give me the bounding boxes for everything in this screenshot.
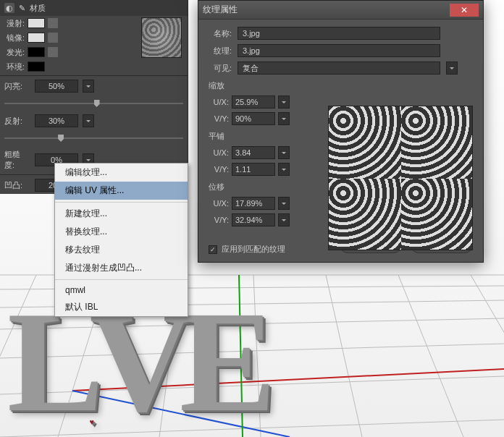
- brush-icon: ✎: [19, 4, 25, 13]
- dialog-title: 纹理属性: [203, 4, 450, 16]
- reflect-label: 反射:: [4, 116, 30, 127]
- svg-line-13: [471, 275, 504, 437]
- shine-value[interactable]: 50%: [35, 80, 78, 93]
- specular-label: 镜像:: [4, 33, 25, 43]
- svg-line-11: [326, 275, 362, 437]
- rough-label: 粗糙度:: [4, 149, 30, 171]
- ux-label: U/X:: [209, 98, 229, 106]
- specular-swatch[interactable]: [28, 33, 45, 43]
- tile-ux-input[interactable]: 3.84: [232, 146, 275, 159]
- panel-title: 材质: [30, 3, 46, 14]
- name-input[interactable]: 3.jpg: [238, 27, 440, 40]
- dropdown-icon[interactable]: [278, 146, 290, 159]
- menu-new-texture[interactable]: 新建纹理...: [55, 205, 188, 223]
- bump-label: 凹凸:: [4, 180, 30, 191]
- dropdown-icon[interactable]: [278, 112, 290, 125]
- vy-label: V/Y:: [209, 114, 229, 123]
- scale-ux-input[interactable]: 25.9%: [232, 96, 275, 109]
- diffuse-label: 漫射:: [4, 18, 25, 29]
- texture-input: 3.jpg: [238, 44, 440, 57]
- dialog-titlebar[interactable]: 纹理属性 ✕: [198, 1, 483, 20]
- ambient-swatch[interactable]: [28, 61, 45, 72]
- scale-vy-input[interactable]: 90%: [232, 112, 275, 125]
- name-label: 名称:: [209, 28, 232, 39]
- menu-edit-uv[interactable]: 编辑 UV 属性...: [55, 182, 188, 200]
- glow-label: 发光:: [4, 47, 25, 58]
- svg-line-12: [398, 275, 463, 437]
- glow-swatch[interactable]: [28, 47, 45, 57]
- panel-titlebar: ◐ ✎ 材质: [0, 0, 188, 16]
- apply-matching-label: 应用到匹配的纹理: [222, 244, 285, 255]
- dropdown-icon[interactable]: [278, 213, 290, 226]
- menu-replace-texture[interactable]: 替换纹理...: [55, 223, 188, 241]
- close-button[interactable]: ✕: [450, 4, 479, 17]
- texture-preview: [328, 106, 473, 250]
- folder-icon[interactable]: [48, 33, 58, 43]
- texture-thumbnail[interactable]: [141, 17, 182, 58]
- ambient-label: 环境:: [4, 61, 25, 72]
- menu-default-ibl[interactable]: 默认 IBL: [55, 298, 188, 316]
- visible-label: 可见:: [209, 63, 232, 74]
- folder-icon[interactable]: [48, 47, 58, 57]
- menu-remove-texture[interactable]: 移去纹理: [55, 241, 188, 259]
- menu-gen-bump[interactable]: 通过漫射生成凹凸...: [55, 259, 188, 277]
- ux-label: U/X:: [209, 148, 229, 157]
- menu-qmwl[interactable]: qmwl: [55, 282, 188, 298]
- apply-matching-checkbox[interactable]: [209, 245, 217, 254]
- reflect-value[interactable]: 30%: [35, 114, 78, 127]
- visible-select[interactable]: 复合: [238, 61, 440, 75]
- dropdown-icon[interactable]: [446, 61, 458, 75]
- vy-label: V/Y:: [209, 165, 229, 174]
- dropdown-icon[interactable]: [83, 114, 94, 127]
- texture-properties-dialog: 纹理属性 ✕ 名称:3.jpg 纹理:3.jpg 可见:复合 缩放 U/X:25…: [198, 0, 484, 263]
- vy-label: V/Y:: [209, 216, 229, 224]
- dropdown-icon[interactable]: [278, 197, 290, 210]
- material-icon: ◐: [4, 3, 14, 13]
- texture-label: 纹理:: [209, 46, 232, 56]
- scale-section-title: 缩放: [209, 80, 473, 91]
- texture-context-menu: 编辑纹理... 编辑 UV 属性... 新建纹理... 替换纹理... 移去纹理…: [54, 163, 188, 317]
- dropdown-icon[interactable]: [83, 80, 94, 93]
- folder-icon[interactable]: [48, 18, 58, 28]
- dropdown-icon[interactable]: [278, 96, 290, 109]
- reflect-slider[interactable]: [4, 132, 183, 145]
- diffuse-swatch[interactable]: [28, 18, 45, 28]
- offset-ux-input[interactable]: 17.89%: [232, 197, 275, 210]
- menu-edit-texture[interactable]: 编辑纹理...: [55, 164, 188, 182]
- ux-label: U/X:: [209, 199, 229, 208]
- dropdown-icon[interactable]: [278, 163, 290, 176]
- shine-label: 闪亮:: [4, 81, 30, 92]
- shine-slider[interactable]: [4, 97, 183, 110]
- tile-vy-input[interactable]: 1.11: [232, 163, 275, 176]
- offset-vy-input[interactable]: 32.94%: [232, 213, 275, 226]
